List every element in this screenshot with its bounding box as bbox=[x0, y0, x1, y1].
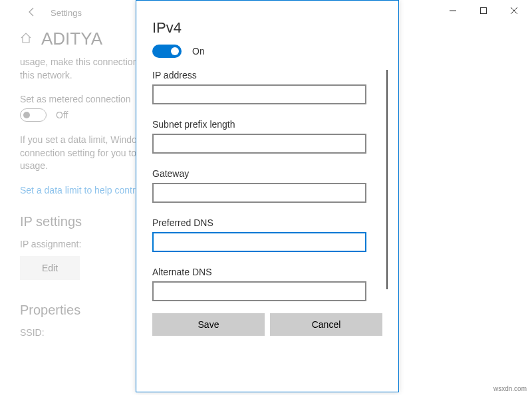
dialog-title: IPv4 bbox=[152, 19, 382, 37]
home-icon[interactable] bbox=[20, 32, 32, 46]
alternate-dns-label: Alternate DNS bbox=[152, 267, 382, 277]
maximize-button[interactable] bbox=[468, 1, 499, 21]
gateway-input[interactable] bbox=[152, 183, 366, 203]
page-title: ADITYA bbox=[41, 29, 102, 49]
edit-button[interactable]: Edit bbox=[20, 256, 80, 280]
gateway-label: Gateway bbox=[152, 168, 382, 179]
close-button[interactable] bbox=[499, 1, 529, 21]
minimize-button[interactable] bbox=[438, 1, 468, 21]
ip-address-input[interactable] bbox=[152, 84, 366, 104]
preferred-dns-label: Preferred DNS bbox=[152, 217, 382, 228]
metered-toggle[interactable] bbox=[20, 108, 47, 122]
ip-address-label: IP address bbox=[152, 70, 382, 80]
watermark: wsxdn.com bbox=[493, 385, 527, 392]
ipv4-settings-dialog: IPv4 On IP address Subnet prefix length … bbox=[136, 0, 399, 392]
cancel-button[interactable]: Cancel bbox=[270, 313, 382, 336]
svg-rect-1 bbox=[481, 8, 487, 14]
scrollbar-track[interactable] bbox=[386, 70, 388, 289]
metered-state: Off bbox=[56, 110, 68, 120]
subnet-input[interactable] bbox=[152, 134, 366, 154]
ipv4-toggle[interactable] bbox=[152, 45, 182, 58]
subnet-label: Subnet prefix length bbox=[152, 119, 382, 130]
preferred-dns-input[interactable] bbox=[152, 232, 366, 252]
alternate-dns-input[interactable] bbox=[152, 281, 366, 301]
ipv4-toggle-state: On bbox=[192, 46, 205, 57]
save-button[interactable]: Save bbox=[152, 313, 265, 336]
